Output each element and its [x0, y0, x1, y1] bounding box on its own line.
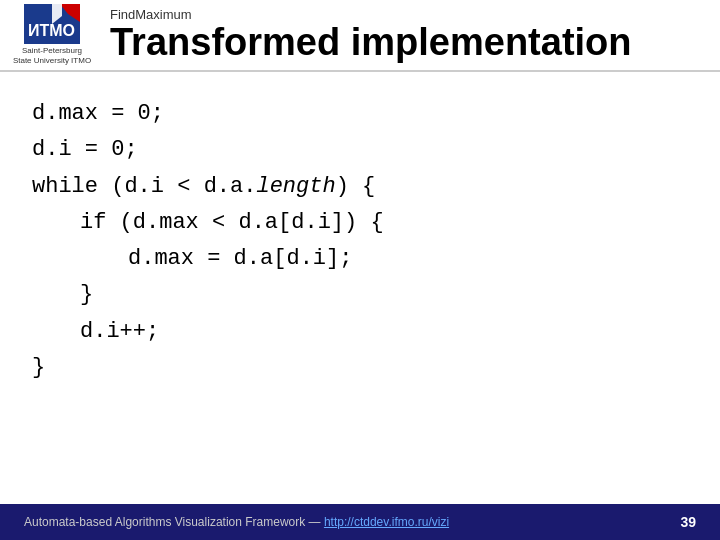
header-main-title: Transformed implementation	[110, 22, 708, 64]
code-line-1: d.max = 0;	[32, 96, 688, 132]
main-content: d.max = 0; d.i = 0; while (d.i < d.a.len…	[0, 72, 720, 402]
code-block: d.max = 0; d.i = 0; while (d.i < d.a.len…	[32, 96, 688, 386]
footer-description: Automata-based Algorithms Visualization …	[24, 515, 449, 529]
logo-svg: ИТМО	[24, 4, 80, 44]
logo-caption: Saint-Petersburg State University ITMO	[13, 46, 91, 65]
footer-link[interactable]: http://ctddev.ifmo.ru/vizi	[324, 515, 449, 529]
code-line-8: }	[32, 350, 688, 386]
code-line-4: if (d.max < d.a[d.i]) {	[32, 205, 688, 241]
header-title-area: FindMaximum Transformed implementation	[110, 7, 708, 64]
code-line-3: while (d.i < d.a.length) {	[32, 169, 688, 205]
footer-page-number: 39	[680, 514, 696, 530]
header: ИТМО Saint-Petersburg State University I…	[0, 0, 720, 72]
header-subtitle: FindMaximum	[110, 7, 708, 22]
svg-text:ИТМО: ИТМО	[28, 22, 75, 39]
code-line-2: d.i = 0;	[32, 132, 688, 168]
code-line-5: d.max = d.a[d.i];	[32, 241, 688, 277]
logo-box: ИТМО	[24, 4, 80, 44]
logo-area: ИТМО Saint-Petersburg State University I…	[12, 4, 92, 65]
footer: Automata-based Algorithms Visualization …	[0, 504, 720, 540]
code-line-6: }	[32, 277, 688, 313]
code-line-7: d.i++;	[32, 314, 688, 350]
